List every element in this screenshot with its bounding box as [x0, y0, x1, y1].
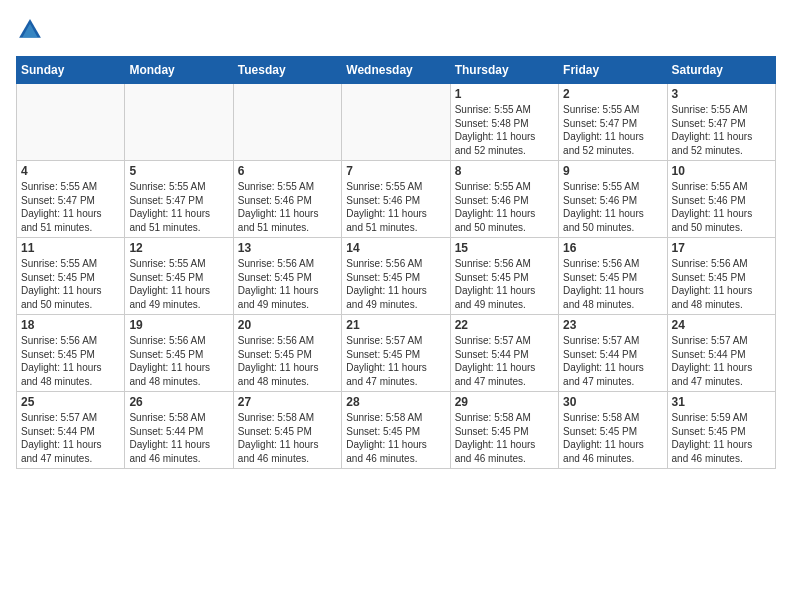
calendar-cell [233, 84, 341, 161]
day-info: Sunrise: 5:57 AM Sunset: 5:44 PM Dayligh… [672, 334, 771, 388]
day-info: Sunrise: 5:57 AM Sunset: 5:45 PM Dayligh… [346, 334, 445, 388]
week-row-4: 18Sunrise: 5:56 AM Sunset: 5:45 PM Dayli… [17, 315, 776, 392]
day-info: Sunrise: 5:58 AM Sunset: 5:45 PM Dayligh… [238, 411, 337, 465]
day-info: Sunrise: 5:58 AM Sunset: 5:45 PM Dayligh… [455, 411, 554, 465]
calendar-cell: 7Sunrise: 5:55 AM Sunset: 5:46 PM Daylig… [342, 161, 450, 238]
day-info: Sunrise: 5:55 AM Sunset: 5:45 PM Dayligh… [129, 257, 228, 311]
logo-icon [16, 16, 44, 44]
header-row: SundayMondayTuesdayWednesdayThursdayFrid… [17, 57, 776, 84]
day-info: Sunrise: 5:55 AM Sunset: 5:47 PM Dayligh… [672, 103, 771, 157]
day-number: 12 [129, 241, 228, 255]
day-number: 19 [129, 318, 228, 332]
day-number: 1 [455, 87, 554, 101]
calendar-cell: 18Sunrise: 5:56 AM Sunset: 5:45 PM Dayli… [17, 315, 125, 392]
calendar-cell: 8Sunrise: 5:55 AM Sunset: 5:46 PM Daylig… [450, 161, 558, 238]
day-info: Sunrise: 5:58 AM Sunset: 5:44 PM Dayligh… [129, 411, 228, 465]
calendar-cell: 24Sunrise: 5:57 AM Sunset: 5:44 PM Dayli… [667, 315, 775, 392]
day-info: Sunrise: 5:56 AM Sunset: 5:45 PM Dayligh… [455, 257, 554, 311]
week-row-1: 1Sunrise: 5:55 AM Sunset: 5:48 PM Daylig… [17, 84, 776, 161]
calendar-cell: 17Sunrise: 5:56 AM Sunset: 5:45 PM Dayli… [667, 238, 775, 315]
calendar-cell [125, 84, 233, 161]
calendar-cell: 16Sunrise: 5:56 AM Sunset: 5:45 PM Dayli… [559, 238, 667, 315]
day-number: 25 [21, 395, 120, 409]
day-info: Sunrise: 5:59 AM Sunset: 5:45 PM Dayligh… [672, 411, 771, 465]
day-info: Sunrise: 5:56 AM Sunset: 5:45 PM Dayligh… [238, 257, 337, 311]
day-number: 2 [563, 87, 662, 101]
calendar-cell: 5Sunrise: 5:55 AM Sunset: 5:47 PM Daylig… [125, 161, 233, 238]
day-number: 23 [563, 318, 662, 332]
day-info: Sunrise: 5:58 AM Sunset: 5:45 PM Dayligh… [563, 411, 662, 465]
day-info: Sunrise: 5:55 AM Sunset: 5:48 PM Dayligh… [455, 103, 554, 157]
column-header-saturday: Saturday [667, 57, 775, 84]
week-row-5: 25Sunrise: 5:57 AM Sunset: 5:44 PM Dayli… [17, 392, 776, 469]
day-info: Sunrise: 5:55 AM Sunset: 5:46 PM Dayligh… [346, 180, 445, 234]
day-info: Sunrise: 5:55 AM Sunset: 5:46 PM Dayligh… [672, 180, 771, 234]
calendar-cell: 6Sunrise: 5:55 AM Sunset: 5:46 PM Daylig… [233, 161, 341, 238]
calendar-cell: 13Sunrise: 5:56 AM Sunset: 5:45 PM Dayli… [233, 238, 341, 315]
day-number: 26 [129, 395, 228, 409]
calendar-cell: 20Sunrise: 5:56 AM Sunset: 5:45 PM Dayli… [233, 315, 341, 392]
day-info: Sunrise: 5:56 AM Sunset: 5:45 PM Dayligh… [238, 334, 337, 388]
day-number: 14 [346, 241, 445, 255]
day-number: 11 [21, 241, 120, 255]
column-header-monday: Monday [125, 57, 233, 84]
calendar-cell: 28Sunrise: 5:58 AM Sunset: 5:45 PM Dayli… [342, 392, 450, 469]
column-header-thursday: Thursday [450, 57, 558, 84]
day-number: 9 [563, 164, 662, 178]
calendar-cell: 21Sunrise: 5:57 AM Sunset: 5:45 PM Dayli… [342, 315, 450, 392]
calendar-table: SundayMondayTuesdayWednesdayThursdayFrid… [16, 56, 776, 469]
day-number: 24 [672, 318, 771, 332]
calendar-cell: 23Sunrise: 5:57 AM Sunset: 5:44 PM Dayli… [559, 315, 667, 392]
day-number: 7 [346, 164, 445, 178]
calendar-cell [17, 84, 125, 161]
day-number: 16 [563, 241, 662, 255]
day-number: 5 [129, 164, 228, 178]
day-number: 10 [672, 164, 771, 178]
day-number: 31 [672, 395, 771, 409]
logo [16, 16, 48, 44]
calendar-cell [342, 84, 450, 161]
day-info: Sunrise: 5:55 AM Sunset: 5:47 PM Dayligh… [563, 103, 662, 157]
day-info: Sunrise: 5:57 AM Sunset: 5:44 PM Dayligh… [563, 334, 662, 388]
page-header [16, 16, 776, 44]
calendar-cell: 10Sunrise: 5:55 AM Sunset: 5:46 PM Dayli… [667, 161, 775, 238]
day-number: 8 [455, 164, 554, 178]
week-row-3: 11Sunrise: 5:55 AM Sunset: 5:45 PM Dayli… [17, 238, 776, 315]
day-number: 30 [563, 395, 662, 409]
day-number: 21 [346, 318, 445, 332]
calendar-cell: 27Sunrise: 5:58 AM Sunset: 5:45 PM Dayli… [233, 392, 341, 469]
day-info: Sunrise: 5:55 AM Sunset: 5:46 PM Dayligh… [455, 180, 554, 234]
calendar-cell: 26Sunrise: 5:58 AM Sunset: 5:44 PM Dayli… [125, 392, 233, 469]
day-info: Sunrise: 5:57 AM Sunset: 5:44 PM Dayligh… [455, 334, 554, 388]
day-number: 22 [455, 318, 554, 332]
calendar-cell: 15Sunrise: 5:56 AM Sunset: 5:45 PM Dayli… [450, 238, 558, 315]
day-number: 29 [455, 395, 554, 409]
calendar-cell: 3Sunrise: 5:55 AM Sunset: 5:47 PM Daylig… [667, 84, 775, 161]
day-number: 3 [672, 87, 771, 101]
column-header-wednesday: Wednesday [342, 57, 450, 84]
column-header-friday: Friday [559, 57, 667, 84]
day-info: Sunrise: 5:56 AM Sunset: 5:45 PM Dayligh… [129, 334, 228, 388]
day-number: 20 [238, 318, 337, 332]
calendar-cell: 12Sunrise: 5:55 AM Sunset: 5:45 PM Dayli… [125, 238, 233, 315]
calendar-cell: 31Sunrise: 5:59 AM Sunset: 5:45 PM Dayli… [667, 392, 775, 469]
day-number: 13 [238, 241, 337, 255]
day-number: 28 [346, 395, 445, 409]
calendar-cell: 9Sunrise: 5:55 AM Sunset: 5:46 PM Daylig… [559, 161, 667, 238]
calendar-cell: 22Sunrise: 5:57 AM Sunset: 5:44 PM Dayli… [450, 315, 558, 392]
calendar-cell: 4Sunrise: 5:55 AM Sunset: 5:47 PM Daylig… [17, 161, 125, 238]
day-info: Sunrise: 5:58 AM Sunset: 5:45 PM Dayligh… [346, 411, 445, 465]
day-info: Sunrise: 5:56 AM Sunset: 5:45 PM Dayligh… [346, 257, 445, 311]
calendar-cell: 29Sunrise: 5:58 AM Sunset: 5:45 PM Dayli… [450, 392, 558, 469]
day-info: Sunrise: 5:55 AM Sunset: 5:46 PM Dayligh… [238, 180, 337, 234]
day-info: Sunrise: 5:55 AM Sunset: 5:45 PM Dayligh… [21, 257, 120, 311]
day-number: 15 [455, 241, 554, 255]
day-info: Sunrise: 5:56 AM Sunset: 5:45 PM Dayligh… [21, 334, 120, 388]
calendar-cell: 25Sunrise: 5:57 AM Sunset: 5:44 PM Dayli… [17, 392, 125, 469]
day-info: Sunrise: 5:55 AM Sunset: 5:46 PM Dayligh… [563, 180, 662, 234]
calendar-cell: 11Sunrise: 5:55 AM Sunset: 5:45 PM Dayli… [17, 238, 125, 315]
day-info: Sunrise: 5:56 AM Sunset: 5:45 PM Dayligh… [672, 257, 771, 311]
day-number: 17 [672, 241, 771, 255]
calendar-cell: 2Sunrise: 5:55 AM Sunset: 5:47 PM Daylig… [559, 84, 667, 161]
day-number: 6 [238, 164, 337, 178]
